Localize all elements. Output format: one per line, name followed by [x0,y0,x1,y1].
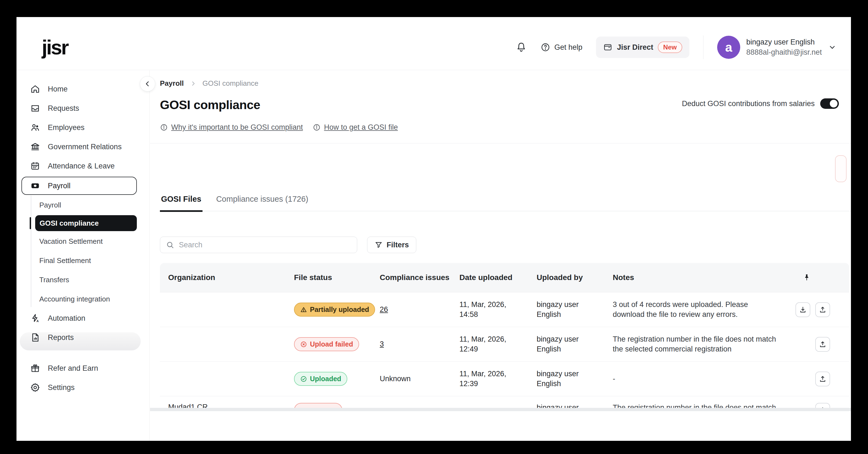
sidebar-item-label: Automation [48,314,86,323]
sidebar-subitem-final-settlement[interactable]: Final Settlement [17,251,150,270]
warning-icon [300,306,307,313]
col-file-status: File status [287,273,373,282]
chevron-down-icon [828,43,837,52]
sidebar-item-label: Refer and Earn [48,364,98,373]
status-badge: Upload failed [294,337,359,351]
chevron-right-icon [190,80,196,87]
jisr-direct-button[interactable]: Jisr Direct New [596,36,689,58]
bank-icon [30,142,40,152]
subitem-label: Transfers [39,276,69,284]
sidebar-item-attendance-leave[interactable]: Attendance & Leave [17,156,150,176]
upload-file-button[interactable] [815,337,830,352]
active-indicator [30,217,31,229]
sidebar-item-employees[interactable]: Employees [17,118,150,137]
sidebar-item-requests[interactable]: Requests [17,99,150,118]
upload-icon [819,375,827,383]
banknote-icon [30,181,40,191]
table-row[interactable]: Uploaded Unknown 11, Mar, 2026,12:39 bin… [160,361,849,396]
subitem-label: GOSI compliance [39,219,99,228]
search-input[interactable] [179,241,351,249]
breadcrumb-payroll[interactable]: Payroll [160,79,184,88]
tab-compliance-issues[interactable]: Compliance issues (1726) [215,194,309,211]
filters-label: Filters [386,241,409,249]
get-help-button[interactable]: Get help [540,42,582,52]
sidebar-item-settings[interactable]: Settings [17,378,150,397]
subitem-label: Accounting integration [39,295,110,303]
cell-notes: - [606,374,787,384]
table-row[interactable]: Mudad1 CR bingazy user The registration … [160,396,849,408]
svg-text:A: A [36,319,39,323]
deduct-gosi-toggle[interactable] [820,98,839,109]
toggle-knob [830,100,837,108]
how-to-get-gosi-file-link[interactable]: How to get a GOSI file [313,123,398,132]
upload-file-button[interactable] [815,302,830,317]
sidebar-item-label: Requests [48,104,79,113]
sidebar-item-payroll[interactable]: Payroll [22,177,137,195]
sidebar-item-home[interactable]: Home [17,80,150,99]
subitem-label: Vacation Settlement [39,237,103,246]
tab-gosi-files[interactable]: GOSI Files [160,194,203,212]
cell-uploaded-by: bingazy user English [529,300,598,319]
header-divider [703,35,704,59]
error-circle-icon [300,341,307,348]
main-content: Payroll GOSI compliance GOSI compliance … [150,70,851,441]
info-icon [160,123,168,131]
notifications-bell-icon[interactable] [516,42,527,53]
link-label: How to get a GOSI file [324,123,398,132]
breadcrumb: Payroll GOSI compliance [160,79,258,88]
sidebar-item-automation[interactable]: A Automation [17,309,150,328]
issues-count-link[interactable]: 3 [380,340,384,348]
link-label: Why it's important to be GOSI compliant [171,123,303,132]
breadcrumb-current: GOSI compliance [203,79,258,88]
sidebar-item-government-relations[interactable]: Government Relations [17,137,150,156]
horizontal-scrollbar-track[interactable] [150,408,851,411]
issues-count-link[interactable]: 26 [380,305,388,313]
toggle-label: Deduct GOSI contributions from salaries [682,99,815,108]
sidebar-subitem-payroll[interactable]: Payroll [17,195,150,215]
help-circle-icon [540,42,550,52]
why-gosi-compliant-link[interactable]: Why it's important to be GOSI compliant [160,123,303,132]
sidebar-item-label: Employees [48,123,85,132]
collapse-sidebar-button[interactable] [140,76,155,92]
filters-button[interactable]: Filters [367,237,416,253]
calendar-icon [30,161,40,171]
search-box[interactable] [160,237,357,253]
subitem-label: Final Settlement [39,256,91,265]
sidebar-subitem-gosi-compliance[interactable]: GOSI compliance [35,215,137,231]
sidebar-subitem-transfers[interactable]: Transfers [17,270,150,290]
sidebar-item-label: Home [48,85,68,93]
chevron-left-icon [144,80,151,88]
cell-notes: The registration number in the file does… [606,403,787,408]
cell-organization: Mudad1 CR [160,403,287,408]
sidebar-item-label: Attendance & Leave [48,162,115,171]
avatar: a [717,36,740,59]
sidebar-subitem-vacation-settlement[interactable]: Vacation Settlement [17,232,150,251]
tabs: GOSI Files Compliance issues (1726) [160,194,851,211]
status-badge: Uploaded [294,372,347,386]
sidebar-subitem-accounting-integration[interactable]: Accounting integration [17,290,150,309]
pin-column-icon[interactable] [803,273,811,282]
clipped-floating-widget[interactable] [835,155,846,182]
user-name: bingazy user English [746,38,822,47]
sidebar-item-reports[interactable]: Reports [17,328,150,347]
upload-file-button[interactable] [815,403,830,408]
table-row[interactable]: Upload failed 3 11, Mar, 2026,12:49 bing… [160,327,849,361]
status-label: Uploaded [310,375,341,383]
gift-icon [30,363,40,373]
sidebar-item-refer-and-earn[interactable]: Refer and Earn [17,359,150,378]
cell-date: 11, Mar, 2026,12:39 [452,369,521,389]
sidebar-item-label: Government Relations [48,143,122,151]
table-row[interactable]: Partially uploaded 26 11, Mar, 2026,14:5… [160,292,849,327]
check-circle-icon [300,375,307,383]
upload-file-button[interactable] [815,371,830,386]
sidebar-item-label: Payroll [48,182,71,190]
gear-icon [30,383,40,392]
table-toolbar: Filters [160,237,416,253]
download-icon [799,306,807,313]
inbox-icon [30,103,40,113]
user-menu[interactable]: a bingazy user English 8888al-ghaithi@ji… [717,36,837,59]
automation-icon: A [30,313,40,323]
download-file-button[interactable] [796,302,810,317]
info-icon [313,123,321,131]
people-icon [30,123,40,132]
